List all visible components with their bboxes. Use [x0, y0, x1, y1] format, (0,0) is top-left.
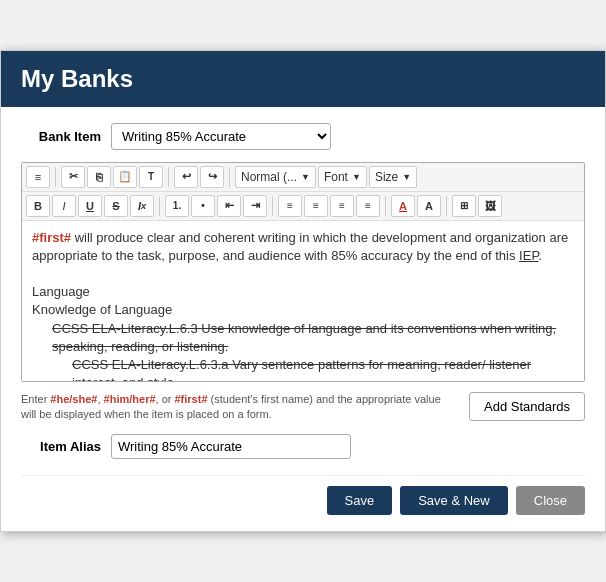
- strikethrough-btn[interactable]: S: [104, 195, 128, 217]
- decrease-indent-btn[interactable]: ⇤: [217, 195, 241, 217]
- redo-btn[interactable]: ↪: [200, 166, 224, 188]
- bank-item-row: Bank Item Writing 85% Accurate: [21, 123, 585, 150]
- hint-text: Enter #he/she#, #him/her#, or #first# (s…: [21, 392, 459, 423]
- source-btn[interactable]: ≡: [26, 166, 50, 188]
- copy-btn[interactable]: ⎘: [87, 166, 111, 188]
- modal-container: My Banks Bank Item Writing 85% Accurate …: [0, 50, 606, 533]
- image-btn[interactable]: 🖼: [478, 195, 502, 217]
- editor-container: ≡ ✂ ⎘ 📋 T ↩ ↪ Normal (... ▼ Font ▼: [21, 162, 585, 382]
- format-dropdown[interactable]: Normal (... ▼: [235, 166, 316, 188]
- item-alias-input[interactable]: [111, 434, 351, 459]
- size-dropdown[interactable]: Size ▼: [369, 166, 417, 188]
- save-button[interactable]: Save: [327, 486, 393, 515]
- add-standards-button[interactable]: Add Standards: [469, 392, 585, 421]
- italic-btn[interactable]: I: [52, 195, 76, 217]
- hint-row: Enter #he/she#, #him/her#, or #first# (s…: [21, 392, 585, 423]
- align-left-btn[interactable]: ≡: [278, 195, 302, 217]
- sep7: [446, 196, 447, 216]
- paste-btn[interactable]: 📋: [113, 166, 137, 188]
- iep-text: IEP: [519, 248, 538, 263]
- format-arrow: ▼: [301, 172, 310, 182]
- modal-body: Bank Item Writing 85% Accurate ≡ ✂ ⎘ 📋 T…: [1, 107, 605, 532]
- ordered-list-btn[interactable]: 1.: [165, 195, 189, 217]
- toolbar-row1: ≡ ✂ ⎘ 📋 T ↩ ↪ Normal (... ▼ Font ▼: [22, 163, 584, 192]
- size-label: Size: [375, 170, 398, 184]
- font-dropdown[interactable]: Font ▼: [318, 166, 367, 188]
- save-new-button[interactable]: Save & New: [400, 486, 508, 515]
- hint-code-3: #first#: [175, 393, 208, 405]
- font-arrow: ▼: [352, 172, 361, 182]
- footer-row: Save Save & New Close: [21, 475, 585, 515]
- font-color-btn[interactable]: A: [391, 195, 415, 217]
- format-label: Normal (...: [241, 170, 297, 184]
- bg-color-btn[interactable]: A: [417, 195, 441, 217]
- undo-btn[interactable]: ↩: [174, 166, 198, 188]
- page-title: My Banks: [21, 65, 585, 93]
- toolbar-row2: B I U S Ix 1. • ⇤ ⇥ ≡ ≡ ≡ ≡ A A ⊞ 🖼: [22, 192, 584, 221]
- sep1: [55, 167, 56, 187]
- align-justify-btn[interactable]: ≡: [356, 195, 380, 217]
- cut-btn[interactable]: ✂: [61, 166, 85, 188]
- size-arrow: ▼: [402, 172, 411, 182]
- paste-text-btn[interactable]: T: [139, 166, 163, 188]
- sep5: [272, 196, 273, 216]
- underline-btn[interactable]: U: [78, 195, 102, 217]
- modal-header: My Banks: [1, 51, 605, 107]
- table-btn[interactable]: ⊞: [452, 195, 476, 217]
- editor-content[interactable]: #first# will produce clear and coherent …: [22, 221, 584, 381]
- sep3: [229, 167, 230, 187]
- bank-item-select[interactable]: Writing 85% Accurate: [111, 123, 331, 150]
- hint-code-2: #him/her#: [104, 393, 156, 405]
- sep2: [168, 167, 169, 187]
- bold-btn[interactable]: B: [26, 195, 50, 217]
- bank-item-label: Bank Item: [21, 129, 101, 144]
- close-button[interactable]: Close: [516, 486, 585, 515]
- placeholder-first: #first#: [32, 230, 71, 245]
- sep4: [159, 196, 160, 216]
- align-center-btn[interactable]: ≡: [304, 195, 328, 217]
- increase-indent-btn[interactable]: ⇥: [243, 195, 267, 217]
- unordered-list-btn[interactable]: •: [191, 195, 215, 217]
- align-right-btn[interactable]: ≡: [330, 195, 354, 217]
- hint-code-1: #he/she#: [50, 393, 97, 405]
- sep6: [385, 196, 386, 216]
- item-alias-label: Item Alias: [21, 439, 101, 454]
- item-alias-row: Item Alias: [21, 434, 585, 459]
- font-label: Font: [324, 170, 348, 184]
- removeformat-btn[interactable]: Ix: [130, 195, 154, 217]
